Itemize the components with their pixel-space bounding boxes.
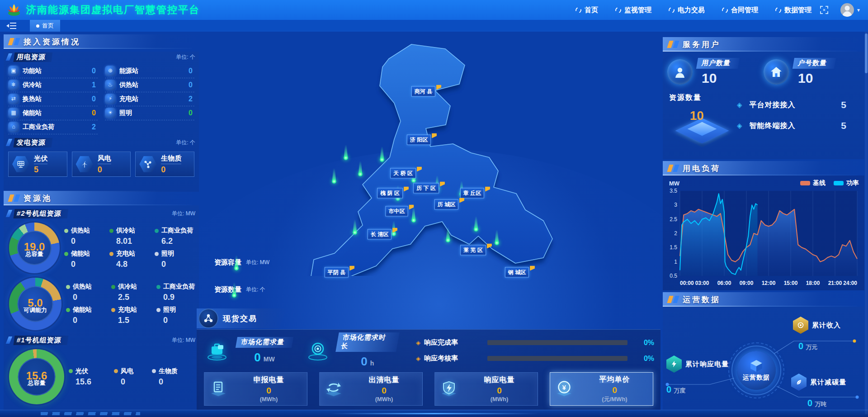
chart-legend-item[interactable]: 基线 xyxy=(800,179,826,187)
district-label[interactable]: 济 阳区 xyxy=(407,135,437,145)
gold-flag-icon xyxy=(440,182,445,187)
legend-item: 照明 0 xyxy=(156,306,195,325)
yen-coin-icon: ¥ xyxy=(550,375,578,403)
spot-trading-tab[interactable]: 现货交易 xyxy=(197,308,287,328)
diamond-bullet-icon: ◈ xyxy=(416,339,420,346)
resource-row: ❄ 供冷站 1 xyxy=(8,78,98,92)
legend-item: 供冷站 8.01 xyxy=(109,227,153,246)
nav-item[interactable]: 监视管理 xyxy=(615,6,651,14)
legend-dot xyxy=(156,308,160,312)
district-label[interactable]: 历 城区 xyxy=(434,199,464,210)
district-label[interactable]: 商河 县 xyxy=(411,86,441,97)
app-title: 济南能源集团虚拟电厂智慧管控平台 xyxy=(26,3,200,17)
scrollbar[interactable] xyxy=(865,32,868,414)
lotus-logo-icon xyxy=(6,2,22,18)
nav-item[interactable]: 首页 xyxy=(576,6,598,14)
user-avatar[interactable] xyxy=(840,3,854,17)
panel-header: 运营数据 xyxy=(663,292,864,307)
tab-dot-icon xyxy=(36,24,39,28)
card-declared-energy[interactable]: 申报电量0(MWh) xyxy=(204,372,307,406)
resource-beacon-icon xyxy=(357,160,363,176)
gold-flag-icon xyxy=(404,187,409,192)
gen-card-solar: 光伏5 xyxy=(8,152,67,177)
svg-text:09:00: 09:00 xyxy=(740,280,754,286)
nav-item[interactable]: 数据管理 xyxy=(775,6,811,14)
bolt-shield-icon xyxy=(666,355,682,373)
district-label[interactable]: 章 丘区 xyxy=(460,188,490,199)
slash-accent xyxy=(6,210,12,217)
resource-beacon-icon xyxy=(331,167,337,184)
accent-blue xyxy=(673,296,679,303)
gen-card-biomass: 生物质0 xyxy=(135,152,194,177)
svg-text:12:00: 12:00 xyxy=(762,280,776,286)
slash-accent xyxy=(6,336,12,344)
svg-text:2.5: 2.5 xyxy=(670,216,677,223)
resource-beacon-icon xyxy=(352,218,358,235)
slash-accent xyxy=(6,139,12,146)
top-header-bar: 济南能源集团虚拟电厂智慧管控平台 首页 监视管理 电力交易 xyxy=(0,0,868,20)
avatar-caret-icon[interactable]: ▼ xyxy=(856,8,861,13)
svg-text:03:00: 03:00 xyxy=(695,280,709,286)
district-label[interactable]: 天 桥 区 xyxy=(390,168,422,179)
svg-text:3: 3 xyxy=(674,202,677,208)
station-icon: ❄ xyxy=(8,80,19,90)
node-income: 累计收入 0万元 xyxy=(793,317,841,351)
access-row: ◈ 智能终端接入 5 xyxy=(737,120,860,131)
accent-orange xyxy=(667,41,673,48)
power-gen-cards: 光伏5 风电0 生物质0 xyxy=(4,149,199,177)
station-icon: ▦ xyxy=(8,108,19,118)
legend-dot xyxy=(111,285,115,289)
person-icon xyxy=(840,3,854,17)
diamond-bullet-icon: ◈ xyxy=(737,122,742,130)
collapse-menu-icon[interactable] xyxy=(6,22,16,29)
legend-item: 供热站 0 xyxy=(66,283,109,302)
scrollbar-thumb[interactable] xyxy=(865,33,868,73)
legend-dot xyxy=(155,229,159,233)
chart-legend-item[interactable]: 功率 xyxy=(834,179,859,187)
legend-item: 供热站 0 xyxy=(64,227,108,246)
resource-row: ⇄ 换热站 0 xyxy=(8,92,98,106)
resource-count-block: 资源数量 10 xyxy=(669,93,737,143)
legend-dot xyxy=(156,285,160,289)
gold-flag-icon xyxy=(530,266,535,271)
svg-text:1: 1 xyxy=(674,259,677,265)
access-list: ◈ 平台对接接入 5 ◈ 智能终端接入 5 xyxy=(737,100,860,131)
district-label[interactable]: 长 清区 xyxy=(368,229,397,240)
card-cleared-energy[interactable]: 出清电量0(MWh) xyxy=(319,372,423,406)
ops-hub: 运营数据 xyxy=(731,346,781,395)
donut-chart-total-capacity-2: 19.0 总容量 xyxy=(9,223,60,273)
legend-dot xyxy=(114,369,118,373)
legend-swatch xyxy=(834,181,844,185)
district-label[interactable]: 市中区 xyxy=(386,206,414,217)
subheader-unit1: #1号机组资源 单位: MW xyxy=(7,335,195,346)
card-response-energy[interactable]: 响应电量0(MWh) xyxy=(434,372,538,406)
fullscreen-icon[interactable] xyxy=(820,5,829,14)
district-label[interactable]: 槐 荫 区 xyxy=(377,188,409,199)
house-icon xyxy=(764,59,789,85)
gold-flag-icon xyxy=(459,198,464,203)
progress-bar xyxy=(487,340,627,345)
nav-item[interactable]: 合同管理 xyxy=(722,6,758,14)
nav-ring-icon xyxy=(575,6,582,14)
nav-item[interactable]: 电力交易 xyxy=(669,6,705,14)
donut-legend: 供热站 0 供冷站 2.5 工商业负荷 0.9 xyxy=(66,283,195,325)
node-carbon-reduction: 累计减碳量 0万吨 xyxy=(791,374,846,408)
nav-ring-icon xyxy=(668,6,675,14)
legend-dot xyxy=(111,308,115,312)
power-use-grid: ▣ 功能站 0 ⊕ 能源站 0 ❄ 供冷站 1 xyxy=(4,63,199,134)
svg-text:2: 2 xyxy=(674,230,677,237)
tab-home[interactable]: 首页 xyxy=(30,20,60,32)
district-label[interactable]: 历 下 区 xyxy=(413,183,445,194)
panel-service-users: 服务用户 用户数量 10 户号数量 xyxy=(663,37,864,159)
district-label[interactable]: 平阴 县 xyxy=(325,267,354,278)
nav-ring-icon xyxy=(614,6,622,14)
subheader-unit2: #2号机组资源 单位: MW xyxy=(7,208,195,219)
district-label[interactable]: 钢 城区 xyxy=(505,267,535,278)
response-rates: ◈ 响应完成率 0% ◈ 响应考核率 0% xyxy=(416,338,654,363)
resource-row: ▦ 储能站 0 xyxy=(8,106,98,120)
district-label[interactable]: 莱 芜 区 xyxy=(460,245,492,256)
svg-text:15:00: 15:00 xyxy=(784,280,798,286)
legend-resource-capacity: 资源容量 单位: MW xyxy=(203,254,269,270)
card-average-price[interactable]: ¥ 平均单价0(元/MWh) xyxy=(550,372,653,406)
svg-text:0.5: 0.5 xyxy=(670,273,677,279)
